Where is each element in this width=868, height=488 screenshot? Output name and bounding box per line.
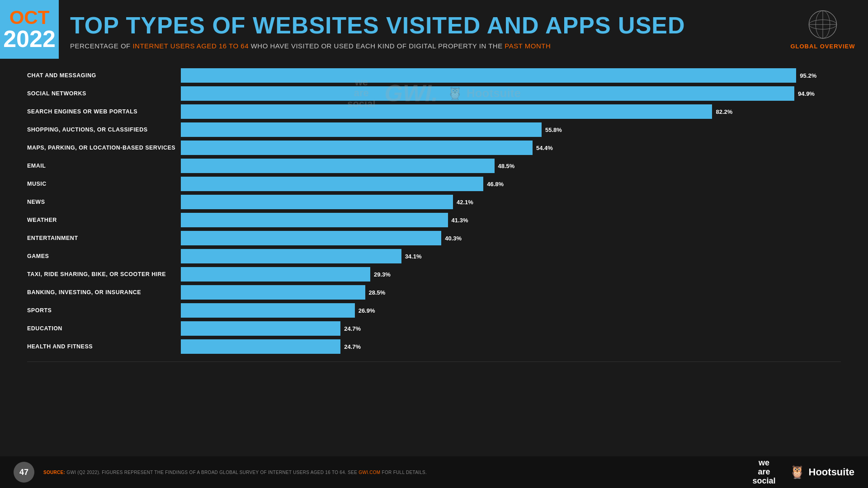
- bar-wrapper: 40.3%: [181, 230, 841, 246]
- bar-label: SEARCH ENGINES OR WEB PORTALS: [27, 108, 181, 115]
- bar-value: 24.7%: [344, 325, 361, 332]
- bar-wrapper: 42.1%: [181, 194, 841, 210]
- bar-value: 82.2%: [716, 108, 732, 115]
- bar-fill: [181, 104, 712, 119]
- bar-row: EDUCATION24.7%: [27, 321, 841, 336]
- bar-value: 29.3%: [374, 271, 391, 278]
- bar-label: BANKING, INVESTING, OR INSURANCE: [27, 289, 181, 296]
- bar-value: 24.7%: [344, 343, 361, 350]
- bar-label: NEWS: [27, 199, 181, 205]
- bar-fill: [181, 159, 495, 173]
- bar-value: 28.5%: [369, 289, 386, 296]
- subtitle-highlight2: PAST MONTH: [505, 42, 551, 50]
- divider-line: [27, 361, 841, 362]
- source-label: SOURCE:: [43, 470, 65, 475]
- subtitle: PERCENTAGE OF INTERNET USERS AGED 16 TO …: [70, 42, 769, 50]
- bar-fill: [181, 122, 542, 137]
- bar-fill: [181, 339, 340, 354]
- bar-row: SEARCH ENGINES OR WEB PORTALS82.2%: [27, 104, 841, 119]
- bar-label: EDUCATION: [27, 325, 181, 332]
- bar-fill: [181, 141, 533, 155]
- bar-fill: [181, 86, 794, 101]
- bar-wrapper: 24.7%: [181, 339, 841, 354]
- subtitle-prefix: PERCENTAGE OF: [70, 42, 132, 50]
- bar-row: ENTERTAINMENT40.3%: [27, 230, 841, 246]
- bar-value: 95.2%: [800, 72, 816, 79]
- subtitle-middle: WHO HAVE VISITED OR USED EACH KIND OF DI…: [249, 42, 505, 50]
- bar-wrapper: 28.5%: [181, 285, 841, 300]
- date-month: OCT: [9, 8, 50, 27]
- owl-icon: 🦉: [789, 465, 805, 479]
- bar-wrapper: 95.2%: [181, 68, 841, 83]
- bar-wrapper: 94.9%: [181, 86, 841, 101]
- bar-label: SPORTS: [27, 307, 181, 314]
- bar-fill: [181, 195, 453, 209]
- bar-value: 40.3%: [445, 235, 462, 242]
- chart-container: CHAT AND MESSAGING95.2%SOCIAL NETWORKS94…: [0, 59, 868, 361]
- date-box: OCT 2022: [0, 0, 59, 59]
- bar-label: GAMES: [27, 253, 181, 259]
- bar-label: SOCIAL NETWORKS: [27, 90, 181, 97]
- bar-fill: [181, 267, 370, 282]
- bar-row: WEATHER41.3%: [27, 212, 841, 228]
- bar-fill: [181, 177, 483, 191]
- source-body: GWI (Q2 2022). FIGURES REPRESENT THE FIN…: [66, 470, 357, 475]
- bar-wrapper: 41.3%: [181, 212, 841, 228]
- bar-value: 94.9%: [798, 90, 815, 97]
- bar-fill: [181, 231, 441, 245]
- bar-fill: [181, 249, 401, 263]
- bar-fill: [181, 213, 448, 227]
- page-number: 47: [14, 462, 34, 483]
- bar-wrapper: 48.5%: [181, 158, 841, 174]
- bar-row: MUSIC46.8%: [27, 176, 841, 192]
- bar-value: 55.8%: [545, 127, 562, 133]
- bar-row: SOCIAL NETWORKS94.9%: [27, 86, 841, 101]
- subtitle-highlight1: INTERNET USERS AGED 16 TO 64: [132, 42, 249, 50]
- bar-wrapper: 26.9%: [181, 303, 841, 318]
- bar-value: 54.4%: [536, 145, 553, 151]
- main-title: TOP TYPES OF WEBSITES VISITED AND APPS U…: [70, 13, 769, 38]
- bar-fill: [181, 321, 340, 336]
- global-overview-label: GLOBAL OVERVIEW: [790, 43, 855, 50]
- bar-row: BANKING, INVESTING, OR INSURANCE28.5%: [27, 285, 841, 300]
- bar-row: HEALTH AND FITNESS24.7%: [27, 339, 841, 354]
- footer: 47 SOURCE: GWI (Q2 2022). FIGURES REPRES…: [0, 456, 868, 488]
- gwi-link: GWI.COM: [359, 470, 380, 475]
- bar-value: 34.1%: [405, 253, 422, 260]
- bar-label: CHAT AND MESSAGING: [27, 72, 181, 79]
- bar-row: SHOPPING, AUCTIONS, OR CLASSIFIEDS55.8%: [27, 122, 841, 137]
- bar-row: TAXI, RIDE SHARING, BIKE, OR SCOOTER HIR…: [27, 267, 841, 282]
- source-suffix: FOR FULL DETAILS.: [382, 470, 427, 475]
- date-year: 2022: [3, 27, 56, 51]
- bar-wrapper: 82.2%: [181, 104, 841, 119]
- bar-wrapper: 29.3%: [181, 267, 841, 282]
- bar-label: ENTERTAINMENT: [27, 235, 181, 241]
- bar-label: SHOPPING, AUCTIONS, OR CLASSIFIEDS: [27, 127, 181, 133]
- bar-fill: [181, 68, 796, 83]
- bar-row: EMAIL48.5%: [27, 158, 841, 174]
- bar-wrapper: 54.4%: [181, 140, 841, 155]
- bar-wrapper: 24.7%: [181, 321, 841, 336]
- bar-wrapper: 34.1%: [181, 249, 841, 264]
- bar-row: MAPS, PARKING, OR LOCATION-BASED SERVICE…: [27, 140, 841, 155]
- bar-value: 48.5%: [498, 163, 515, 169]
- header: OCT 2022 TOP TYPES OF WEBSITES VISITED A…: [0, 0, 868, 59]
- bar-label: WEATHER: [27, 217, 181, 223]
- bar-label: TAXI, RIDE SHARING, BIKE, OR SCOOTER HIR…: [27, 271, 181, 277]
- bar-row: NEWS42.1%: [27, 194, 841, 210]
- bar-label: HEALTH AND FITNESS: [27, 343, 181, 350]
- globe-section: GLOBAL OVERVIEW: [778, 0, 868, 59]
- bar-value: 26.9%: [359, 307, 375, 314]
- bar-fill: [181, 285, 365, 300]
- bar-value: 42.1%: [457, 199, 473, 206]
- bar-wrapper: 46.8%: [181, 176, 841, 192]
- footer-logos: we are social 🦉 Hootsuite: [753, 459, 854, 485]
- bar-row: CHAT AND MESSAGING95.2%: [27, 68, 841, 83]
- logo-hootsuite: 🦉 Hootsuite: [789, 465, 854, 479]
- header-content: TOP TYPES OF WEBSITES VISITED AND APPS U…: [59, 0, 778, 59]
- bar-label: MAPS, PARKING, OR LOCATION-BASED SERVICE…: [27, 145, 181, 151]
- bar-row: SPORTS26.9%: [27, 303, 841, 318]
- logo-we-are-social: we are social: [753, 459, 776, 485]
- globe-icon: [802, 9, 843, 41]
- source-text: SOURCE: GWI (Q2 2022). FIGURES REPRESENT…: [43, 470, 753, 475]
